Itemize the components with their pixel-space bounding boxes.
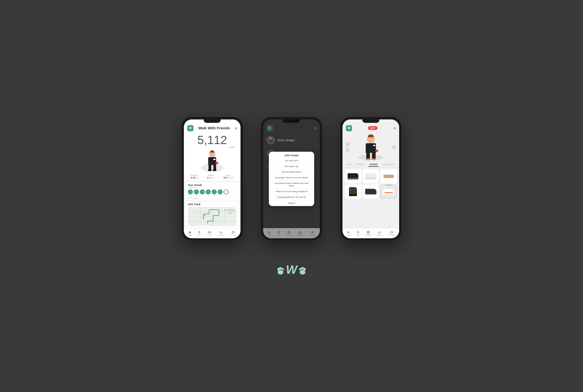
streak-day-f: F (218, 195, 223, 197)
streak-day-ss: S (224, 195, 229, 197)
next-button[interactable]: NEXT (368, 126, 378, 130)
nav-closet[interactable]: CLOSET (207, 231, 212, 236)
streak-section: Your Streak Week of 6/11 › ✓ ✓ ✓ ✓ ✓ ✓ S… (186, 182, 239, 200)
nav-account[interactable]: ACCOUNT (230, 231, 237, 236)
p3-nav-closet-label: CLOSET (365, 234, 371, 236)
modal-option-5[interactable]: You almost had it! Better luck next time… (269, 181, 314, 189)
streak-day-s: S (188, 195, 193, 197)
avatar-leg-left (208, 165, 211, 170)
p3-avatar-stripes (373, 145, 375, 146)
shoe-white-sneaker[interactable] (363, 169, 379, 183)
nav-pass[interactable]: PASS (197, 231, 201, 236)
phone-3-screen: W NEXT ≡ ‹ › (342, 119, 399, 238)
stat-burn: Burn 35.7 KCAL (224, 174, 234, 179)
avatar-section (184, 150, 241, 173)
left-arrow-up[interactable]: ‹ (345, 142, 350, 147)
shoe-orange-selected[interactable]: Shown (380, 185, 397, 199)
stat-burn-value: 35.7 KCAL (224, 176, 234, 179)
modal-option-4[interactable]: Good job! You're on a roll, friend! (269, 175, 314, 181)
nav-arrows-right: › (392, 145, 396, 149)
streak-arrow[interactable]: › (236, 184, 237, 187)
p3-nav-pass-label: PASS (356, 234, 360, 236)
map-pin-tail (204, 215, 205, 216)
right-footprint-icon (298, 264, 307, 275)
avatar-shoe-left (208, 170, 212, 171)
nav-closet-label: CLOSET (207, 234, 212, 236)
avatar-stripes (213, 159, 216, 160)
streak-subtitle: Week of 6/11 (188, 187, 202, 188)
svg-point-3 (281, 267, 283, 270)
streak-completed-label: 6/7 Completed (188, 197, 237, 199)
phone-3: W NEXT ≡ ‹ › (340, 117, 402, 241)
nav-home-label: HOME (188, 234, 192, 236)
avatar-body (208, 157, 216, 165)
logo-icon-text: W (189, 127, 192, 130)
modal-option-2[interactable]: Don't give up! (269, 164, 314, 169)
phone-3-notch (362, 119, 379, 123)
p3-nav-closet[interactable]: CLOSET (365, 231, 371, 236)
svg-point-0 (278, 270, 283, 275)
modal-option-1[interactable]: You can do it! (269, 158, 314, 164)
left-arrow-down[interactable]: › (345, 148, 350, 152)
stat-flights: Flights 6 flights (207, 174, 215, 179)
menu-icon[interactable]: ≡ (235, 126, 237, 130)
phone-1: W Walk With Friends ≡ 5,112 / 6000 (181, 117, 243, 241)
map-label-1: Jose Ignacio (225, 209, 234, 211)
shoe-sandal[interactable] (380, 169, 397, 183)
tab-bottoms[interactable]: bottoms (355, 162, 365, 167)
avatar-hand (216, 162, 218, 164)
avatar-legs (205, 165, 220, 171)
left-footprint-icon (276, 264, 285, 275)
map-pin (203, 213, 206, 215)
steps-count: 5,112 (184, 134, 241, 146)
stat-burn-unit: KCAL (229, 177, 234, 179)
tabs-row: tops bottoms SHOES accessories (342, 161, 399, 168)
shoe-boot[interactable] (345, 185, 361, 199)
shoe-white-sneaker-img (365, 173, 376, 179)
nav-friends-label: FRIENDS (218, 234, 224, 236)
modal-cancel-button[interactable]: Cancel (269, 200, 314, 206)
p3-pass-icon (356, 231, 360, 234)
nav-arrows-left: ‹ › (345, 142, 350, 152)
shoe-boot-img (349, 187, 357, 196)
p3-menu-icon[interactable]: ≡ (393, 126, 396, 130)
p3-nav-friends[interactable]: FRIENDS (376, 231, 383, 236)
stat-distance-value: 4.36 MI (191, 176, 198, 179)
nav-home[interactable]: HOME (188, 231, 192, 236)
stat-flights-value: 6 flights (207, 176, 215, 179)
svg-point-8 (300, 267, 302, 270)
shoe-orange-img (383, 188, 394, 195)
closet-icon (208, 231, 212, 234)
p3-shoe-left (366, 158, 370, 160)
shoe-runner-img (365, 189, 376, 194)
tab-accessories[interactable]: accessories (381, 162, 395, 167)
shoe-selected-badge: Shown (385, 185, 392, 186)
p3-avatar-head (367, 135, 375, 143)
modal-option-3[interactable]: You're almost there! (269, 169, 314, 175)
shoe-dark-sneaker[interactable] (345, 169, 361, 183)
shoe-selected-container: Shown (383, 188, 394, 195)
tab-tops[interactable]: tops (346, 162, 353, 167)
modal-option-6[interactable]: There's no such thing as failure! (269, 189, 314, 194)
nav-friends[interactable]: FRIENDS (218, 231, 224, 236)
svg-point-7 (302, 267, 304, 269)
p3-nav-account[interactable]: ACCOUNT (388, 231, 395, 236)
modal-option-7[interactable]: Congratulations!!! You did it!! (269, 194, 314, 200)
p3-avatar-body (366, 143, 376, 153)
streak-header: Your Streak Week of 6/11 › (188, 184, 237, 188)
streak-dots: ✓ ✓ ✓ ✓ ✓ ✓ S (188, 189, 237, 194)
tab-shoes[interactable]: SHOES (368, 162, 378, 167)
modal-overlay[interactable]: John Grape You can do it! Don't give up!… (263, 119, 320, 238)
p3-nav-home[interactable]: HOME (346, 231, 351, 236)
shoes-grid: Shown (342, 168, 399, 200)
shoe-dark-sneaker-img (348, 173, 358, 179)
home-icon (188, 231, 192, 234)
shoe-runner[interactable] (363, 185, 379, 199)
right-arrow[interactable]: › (392, 145, 396, 149)
p3-nav-pass[interactable]: PASS (356, 231, 360, 236)
bottom-logo: W (276, 264, 307, 276)
gps-title: GPS Track (188, 203, 237, 206)
logo-container: W (276, 264, 307, 276)
p3-nav-account-label: ACCOUNT (388, 234, 395, 236)
stat-distance: Distance 4.36 MI (191, 174, 198, 179)
